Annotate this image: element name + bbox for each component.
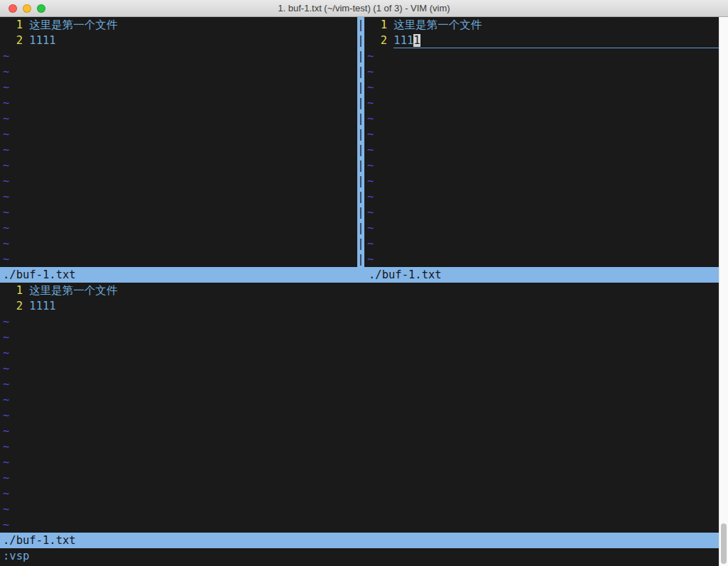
- empty-line-tilde: ~: [0, 486, 719, 501]
- empty-line-tilde: ~: [0, 80, 357, 95]
- separator-bar-glyph: |: [357, 142, 364, 158]
- separator-bar-glyph: |: [357, 33, 364, 48]
- empty-line-tilde: ~: [0, 330, 719, 345]
- empty-line-tilde: ~: [0, 126, 357, 142]
- buffer-text: 1111: [29, 33, 55, 48]
- buffer-text: 这里是第一个文件: [393, 17, 482, 33]
- close-button[interactable]: [9, 4, 17, 13]
- separator-bar-glyph: |: [357, 111, 364, 126]
- vim-terminal: 1这里是第一个文件 21111 ~ ~~~~~~~~~~~~~ | ||||||…: [0, 17, 719, 566]
- empty-line-tilde: ~: [0, 111, 357, 126]
- empty-line-tilde: ~: [0, 314, 719, 330]
- empty-line-tilde: ~: [364, 48, 719, 64]
- cursor-line: 1111: [393, 33, 719, 48]
- buffer-line: 21111: [0, 33, 357, 48]
- empty-line-tilde: ~: [0, 361, 719, 376]
- buffer-text: 这里是第一个文件: [29, 17, 117, 33]
- macos-window: { "window": { "title": "1. buf-1.txt (~/…: [0, 0, 728, 566]
- empty-line-tilde: ~: [364, 189, 719, 205]
- command-line[interactable]: :vsp: [0, 548, 719, 566]
- empty-line-tilde: ~: [364, 251, 719, 267]
- separator-bar-glyph: |: [357, 80, 364, 95]
- line-number: 1: [367, 17, 387, 33]
- empty-line-tilde: ~: [0, 205, 357, 220]
- buffer-line: 1这里是第一个文件: [0, 17, 357, 33]
- empty-line-tilde: ~: [364, 220, 719, 236]
- empty-line-tilde: ~: [0, 95, 357, 111]
- line-number: 2: [367, 33, 387, 48]
- vertical-split-separator[interactable]: | |||||||||||||||: [357, 17, 364, 267]
- line-number-gap: [23, 33, 29, 48]
- separator-bar-glyph: |: [357, 17, 364, 33]
- status-filename-right: ./buf-1.txt: [369, 267, 442, 283]
- buffer-line-cursor: 21111: [364, 33, 719, 48]
- empty-line-tilde: ~: [364, 111, 719, 126]
- line-number-gap: [387, 33, 393, 48]
- line-number: 2: [3, 298, 23, 314]
- vim-pane-bottom[interactable]: 1这里是第一个文件 21111 ~ ~~~~~~~~~~~~~: [0, 283, 719, 533]
- empty-line-tilde: ~: [0, 439, 719, 455]
- traffic-lights: [9, 4, 45, 13]
- empty-line-tilde: ~: [0, 48, 357, 64]
- status-line-top[interactable]: ./buf-1.txt ./buf-1.txt: [0, 267, 719, 283]
- empty-line-tilde: ~: [364, 158, 719, 173]
- line-number: 1: [3, 17, 23, 33]
- separator-bar-glyph: |: [357, 220, 364, 236]
- empty-line-tilde: ~: [0, 158, 357, 173]
- empty-line-tilde: ~: [364, 173, 719, 189]
- empty-line-tilde: ~: [0, 501, 719, 517]
- empty-line-tilde: ~: [364, 64, 719, 80]
- text-before-cursor: 111: [393, 34, 413, 47]
- line-number-gap: [387, 17, 393, 33]
- separator-bar-glyph: |: [357, 236, 364, 251]
- empty-line-tilde: ~: [0, 251, 357, 267]
- status-line-bottom[interactable]: ./buf-1.txt: [0, 533, 719, 548]
- empty-line-tilde: ~: [0, 470, 719, 486]
- separator-bar-glyph: |: [357, 48, 364, 64]
- empty-line-tilde: ~: [0, 517, 719, 533]
- line-number: 1: [3, 283, 23, 298]
- top-split: 1这里是第一个文件 21111 ~ ~~~~~~~~~~~~~ | ||||||…: [0, 17, 719, 267]
- empty-line-tilde: ~: [0, 345, 719, 361]
- buffer-text: 这里是第一个文件: [29, 283, 117, 298]
- separator-bar-glyph: |: [357, 64, 364, 80]
- zoom-button[interactable]: [37, 4, 45, 13]
- empty-line-tilde: ~: [364, 142, 719, 158]
- empty-line-tilde: ~: [364, 80, 719, 95]
- vim-pane-top-right[interactable]: 1这里是第一个文件 21111 ~ ~~~~~~~~~~~~~: [364, 17, 719, 267]
- empty-line-tilde: ~: [0, 408, 719, 423]
- separator-bar-glyph: |: [357, 173, 364, 189]
- separator-bar-glyph: |: [357, 95, 364, 111]
- buffer-line: 1这里是第一个文件: [364, 17, 719, 33]
- empty-line-tilde: ~: [364, 95, 719, 111]
- window-title: 1. buf-1.txt (~/vim-test) (1 of 3) - VIM…: [0, 3, 728, 13]
- empty-line-tilde: ~: [364, 236, 719, 251]
- line-number: 2: [3, 33, 23, 48]
- empty-line-tilde: ~: [0, 220, 357, 236]
- empty-line-tilde: ~: [364, 205, 719, 220]
- status-filename-bottom: ./buf-1.txt: [3, 533, 76, 548]
- minimize-button[interactable]: [23, 4, 31, 13]
- status-filename-left: ./buf-1.txt: [3, 267, 76, 283]
- line-number-gap: [23, 17, 29, 33]
- empty-line-tilde: ~: [0, 236, 357, 251]
- vim-pane-top-left[interactable]: 1这里是第一个文件 21111 ~ ~~~~~~~~~~~~~: [0, 17, 357, 267]
- empty-line-tilde: ~: [0, 64, 357, 80]
- separator-bar-glyph: |: [357, 126, 364, 142]
- buffer-text: 1111: [29, 298, 55, 314]
- title-bar[interactable]: 1. buf-1.txt (~/vim-test) (1 of 3) - VIM…: [0, 0, 728, 17]
- empty-line-tilde: ~: [0, 423, 719, 439]
- empty-line-tilde: ~: [0, 376, 719, 392]
- scrollbar-thumb[interactable]: [721, 523, 727, 564]
- buffer-line: 21111: [0, 298, 719, 314]
- empty-line-tilde: ~: [0, 455, 719, 470]
- separator-bar-glyph: |: [357, 189, 364, 205]
- separator-bar-glyph: |: [357, 158, 364, 173]
- line-number-gap: [23, 283, 29, 298]
- scrollbar-track[interactable]: [719, 17, 728, 566]
- vim-cursor: 1: [413, 34, 420, 47]
- empty-line-tilde: ~: [364, 126, 719, 142]
- buffer-line: 1这里是第一个文件: [0, 283, 719, 298]
- empty-line-tilde: ~: [0, 142, 357, 158]
- empty-line-tilde: ~: [0, 173, 357, 189]
